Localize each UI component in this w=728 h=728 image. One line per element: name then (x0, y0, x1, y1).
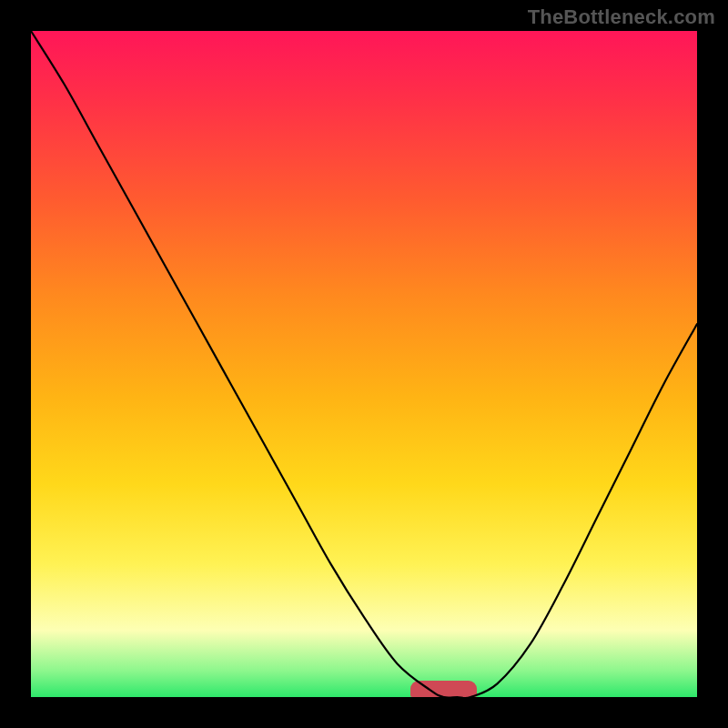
chart-frame: TheBottleneck.com (0, 0, 728, 728)
bottleneck-curve (31, 31, 697, 697)
plot-area (31, 31, 697, 697)
watermark-text: TheBottleneck.com (528, 5, 715, 29)
